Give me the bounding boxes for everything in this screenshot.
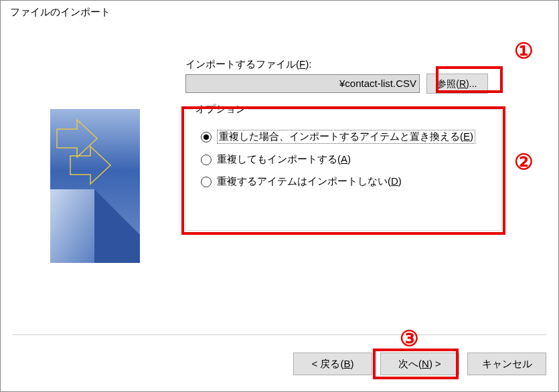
file-path-input[interactable]: ¥contact-list.CSV bbox=[185, 74, 420, 93]
wizard-graphic bbox=[50, 109, 140, 263]
radio-icon bbox=[201, 132, 212, 142]
radio-skip-duplicates[interactable]: 重複するアイテムはインポートしない(D) bbox=[201, 175, 491, 188]
window-title: ファイルのインポート bbox=[1, 1, 558, 24]
import-dialog: ファイルのインポート bbox=[0, 0, 559, 392]
radio-label: 重複した場合、インポートするアイテムと置き換える(E) bbox=[217, 130, 475, 144]
radio-label: 重複してもインポートする(A) bbox=[217, 153, 351, 166]
radio-replace-duplicates[interactable]: 重複した場合、インポートするアイテムと置き換える(E) bbox=[201, 130, 491, 144]
radio-label: 重複するアイテムはインポートしない(D) bbox=[217, 175, 402, 188]
file-row: インポートするファイル(F): ¥contact-list.CSV 参照(R).… bbox=[185, 58, 540, 94]
radio-icon bbox=[201, 155, 212, 165]
options-legend: オプション bbox=[193, 103, 248, 116]
separator bbox=[13, 334, 546, 335]
annotation-number-2: ② bbox=[514, 149, 534, 175]
button-row: < 戻る(B) 次へ(N) > キャンセル bbox=[293, 353, 546, 375]
file-label: インポートするファイル(F): bbox=[185, 58, 540, 71]
back-button[interactable]: < 戻る(B) bbox=[293, 353, 372, 375]
browse-button[interactable]: 参照(R)... bbox=[426, 74, 488, 94]
radio-allow-duplicates[interactable]: 重複してもインポートする(A) bbox=[201, 153, 491, 166]
annotation-number-3: ③ bbox=[400, 326, 419, 351]
svg-marker-1 bbox=[50, 189, 94, 263]
next-button[interactable]: 次へ(N) > bbox=[380, 353, 459, 375]
content-area: インポートするファイル(F): ¥contact-list.CSV 参照(R).… bbox=[13, 30, 546, 335]
cancel-button[interactable]: キャンセル bbox=[467, 353, 546, 375]
radio-group: 重複した場合、インポートするアイテムと置き換える(E) 重複してもインポートする… bbox=[186, 110, 501, 204]
radio-icon bbox=[201, 177, 212, 187]
annotation-number-1: ① bbox=[514, 38, 534, 64]
options-group: オプション 重複した場合、インポートするアイテムと置き換える(E) 重複してもイ… bbox=[185, 109, 501, 231]
